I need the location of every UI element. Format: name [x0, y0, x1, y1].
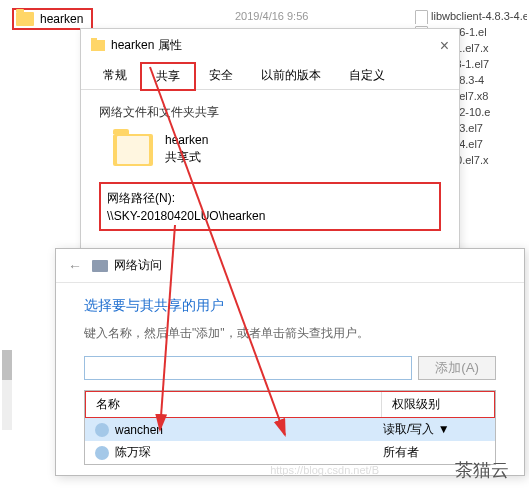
folder-icon [91, 40, 105, 51]
tab-share[interactable]: 共享 [141, 63, 195, 90]
tab-security[interactable]: 安全 [195, 63, 247, 90]
user-name: wanchen [115, 423, 383, 437]
user-input[interactable] [84, 356, 412, 380]
tab-custom[interactable]: 自定义 [335, 63, 399, 90]
list-item[interactable]: libwbclient-4.8.3-4.e [415, 8, 527, 24]
network-access-dialog: ← 网络访问 选择要与其共享的用户 键入名称，然后单击"添加"，或者单击箭头查找… [55, 248, 525, 476]
hint-text: 键入名称，然后单击"添加"，或者单击箭头查找用户。 [84, 325, 496, 342]
tab-previous[interactable]: 以前的版本 [247, 63, 335, 90]
section-heading: 网络文件和文件夹共享 [99, 104, 441, 121]
table-row[interactable]: wanchen 读取/写入 ▼ [85, 418, 495, 441]
tab-bar: 常规 共享 安全 以前的版本 自定义 [81, 62, 459, 90]
dialog-title: 网络访问 [114, 257, 162, 274]
user-name: 陈万琛 [115, 444, 383, 461]
share-heading: 选择要与其共享的用户 [84, 297, 496, 315]
folder-icon [113, 134, 153, 166]
user-table: 名称 权限级别 wanchen 读取/写入 ▼ 陈万琛 所有者 [84, 390, 496, 465]
netpath-value[interactable]: \\SKY-20180420LUO\hearken [107, 209, 433, 223]
back-icon[interactable]: ← [68, 258, 82, 274]
add-button[interactable]: 添加(A) [418, 356, 496, 380]
table-row[interactable]: 陈万琛 所有者 [85, 441, 495, 464]
share-folder-name: hearken [165, 133, 208, 147]
watermark: 茶猫云 [455, 458, 509, 482]
user-perm[interactable]: 读取/写入 ▼ [383, 421, 485, 438]
network-path-box: 网络路径(N): \\SKY-20180420LUO\hearken [99, 182, 441, 231]
folder-item[interactable]: hearken [12, 8, 93, 30]
col-permission[interactable]: 权限级别 [382, 392, 494, 417]
scroll-thumb[interactable] [2, 350, 12, 380]
network-icon [92, 260, 108, 272]
folder-date: 2019/4/16 9:56 [235, 10, 308, 22]
scrollbar[interactable] [2, 350, 12, 430]
user-icon [95, 446, 109, 460]
folder-name: hearken [40, 12, 83, 26]
close-icon[interactable]: × [440, 37, 449, 55]
user-icon [95, 423, 109, 437]
properties-dialog: hearken 属性 × 常规 共享 安全 以前的版本 自定义 网络文件和文件夹… [80, 28, 460, 254]
netpath-label: 网络路径(N): [107, 190, 433, 207]
col-name[interactable]: 名称 [86, 392, 382, 417]
folder-icon [16, 12, 34, 26]
shared-label: 共享式 [165, 149, 208, 166]
dialog-title: hearken 属性 [81, 29, 459, 62]
tab-general[interactable]: 常规 [89, 63, 141, 90]
watermark-url: https://blog.csdn.net/B [270, 464, 379, 476]
